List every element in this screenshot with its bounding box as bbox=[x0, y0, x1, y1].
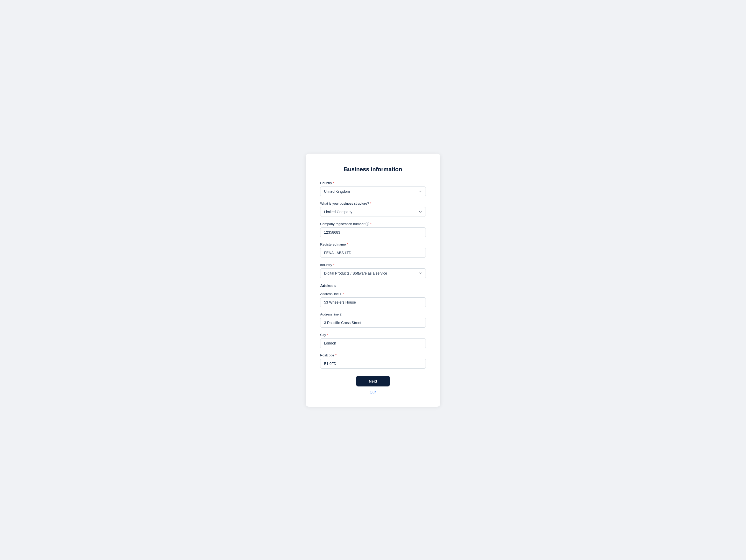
industry-label: Industry * bbox=[320, 263, 426, 267]
industry-required: * bbox=[333, 263, 335, 267]
address-line2-label: Address line 2 bbox=[320, 313, 426, 316]
postcode-label: Postcode * bbox=[320, 353, 426, 357]
address-line1-input[interactable] bbox=[320, 297, 426, 307]
company-reg-label: Company registration number ? * bbox=[320, 222, 426, 226]
city-input[interactable] bbox=[320, 338, 426, 348]
city-label: City * bbox=[320, 333, 426, 337]
address-line2-group: Address line 2 bbox=[320, 313, 426, 328]
quit-link[interactable]: Quit bbox=[320, 390, 426, 394]
country-group: Country * United Kingdom bbox=[320, 181, 426, 196]
country-select[interactable]: United Kingdom bbox=[320, 186, 426, 196]
next-button[interactable]: Next bbox=[356, 376, 390, 386]
registered-name-input[interactable] bbox=[320, 248, 426, 258]
postcode-input[interactable] bbox=[320, 359, 426, 369]
industry-select[interactable]: Digital Products / Software as a service bbox=[320, 268, 426, 278]
industry-group: Industry * Digital Products / Software a… bbox=[320, 263, 426, 278]
business-structure-label: What is your business structure? * bbox=[320, 202, 426, 205]
country-required: * bbox=[333, 181, 335, 185]
address-section-heading: Address bbox=[320, 283, 426, 288]
postcode-required: * bbox=[335, 353, 337, 357]
company-reg-input[interactable] bbox=[320, 228, 426, 237]
country-label: Country * bbox=[320, 181, 426, 185]
registered-name-required: * bbox=[347, 242, 348, 246]
city-required: * bbox=[327, 333, 328, 337]
registered-name-group: Registered name * bbox=[320, 242, 426, 258]
address-line1-required: * bbox=[342, 292, 344, 296]
company-reg-required: * bbox=[370, 222, 371, 226]
page-title: Business information bbox=[320, 166, 426, 173]
city-group: City * bbox=[320, 333, 426, 348]
postcode-group: Postcode * bbox=[320, 353, 426, 369]
business-structure-required: * bbox=[370, 202, 371, 205]
registered-name-label: Registered name * bbox=[320, 242, 426, 246]
business-info-card: Business information Country * United Ki… bbox=[306, 154, 440, 407]
business-structure-select[interactable]: Limited Company bbox=[320, 207, 426, 217]
address-line1-group: Address line 1 * bbox=[320, 292, 426, 307]
company-reg-group: Company registration number ? * bbox=[320, 222, 426, 237]
business-structure-group: What is your business structure? * Limit… bbox=[320, 202, 426, 217]
address-line2-input[interactable] bbox=[320, 318, 426, 328]
company-reg-help-icon[interactable]: ? bbox=[366, 222, 369, 226]
address-line1-label: Address line 1 * bbox=[320, 292, 426, 296]
